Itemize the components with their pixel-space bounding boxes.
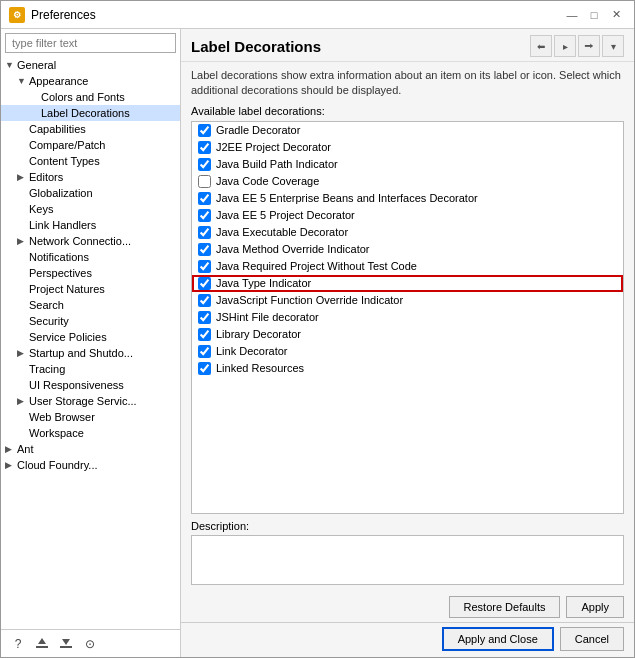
tree-item-keys[interactable]: Keys [1, 201, 180, 217]
decoration-checkbox[interactable] [198, 328, 211, 341]
tree-item-appearance[interactable]: ▼ Appearance [1, 73, 180, 89]
tree-item-label: Colors and Fonts [41, 91, 125, 103]
toolbar-nav-btn3[interactable]: ⮕ [578, 35, 600, 57]
tree-item-user-storage[interactable]: ▶ User Storage Servic... [1, 393, 180, 409]
tree-item-label-decorations[interactable]: Label Decorations [1, 105, 180, 121]
decoration-checkbox[interactable] [198, 311, 211, 324]
right-toolbar: ⬅ ▸ ⮕ ▾ [530, 35, 624, 57]
tree-item-security[interactable]: Security [1, 313, 180, 329]
decoration-item[interactable]: Java Executable Decorator [192, 224, 623, 241]
decoration-item[interactable]: JavaScript Function Override Indicator [192, 292, 623, 309]
tree-arrow: ▶ [17, 236, 29, 246]
decoration-item[interactable]: Java Method Override Indicator [192, 241, 623, 258]
decoration-checkbox[interactable] [198, 226, 211, 239]
decoration-label: Linked Resources [216, 362, 304, 374]
toolbar-nav-btn1[interactable]: ⬅ [530, 35, 552, 57]
help-icon[interactable]: ? [9, 635, 27, 653]
tree-item-label: Network Connectio... [29, 235, 131, 247]
decoration-checkbox[interactable] [198, 260, 211, 273]
decoration-checkbox[interactable] [198, 192, 211, 205]
decoration-checkbox[interactable] [198, 124, 211, 137]
tree-arrow: ▶ [5, 444, 17, 454]
restore-defaults-button[interactable]: Restore Defaults [449, 596, 561, 618]
decoration-checkbox[interactable] [198, 175, 211, 188]
minimize-button[interactable]: — [562, 5, 582, 25]
decoration-item[interactable]: Link Decorator [192, 343, 623, 360]
description-section: Description: [181, 514, 634, 592]
tree-item-label: Globalization [29, 187, 93, 199]
tree-item-tracing[interactable]: Tracing [1, 361, 180, 377]
decoration-item[interactable]: Java Required Project Without Test Code [192, 258, 623, 275]
tree-item-notifications[interactable]: Notifications [1, 249, 180, 265]
decorations-list[interactable]: Gradle DecoratorJ2EE Project DecoratorJa… [191, 121, 624, 514]
tree-item-ant[interactable]: ▶ Ant [1, 441, 180, 457]
tree-item-project-natures[interactable]: Project Natures [1, 281, 180, 297]
tree-arrow: ▼ [5, 60, 17, 70]
tree-item-link-handlers[interactable]: Link Handlers [1, 217, 180, 233]
export-icon[interactable] [57, 635, 75, 653]
decoration-checkbox[interactable] [198, 345, 211, 358]
tree-item-content-types[interactable]: Content Types [1, 153, 180, 169]
window-title: Preferences [31, 8, 96, 22]
tree-item-capabilities[interactable]: Capabilities [1, 121, 180, 137]
decoration-item[interactable]: Gradle Decorator [192, 122, 623, 139]
tree-item-label: Tracing [29, 363, 65, 375]
apply-button[interactable]: Apply [566, 596, 624, 618]
decoration-item[interactable]: Java Type Indicator [192, 275, 623, 292]
tree-item-label: Security [29, 315, 69, 327]
buttons-row1: Restore Defaults Apply [181, 592, 634, 620]
tree-item-label: Label Decorations [41, 107, 130, 119]
filter-input[interactable] [5, 33, 176, 53]
svg-rect-2 [60, 646, 72, 648]
tree-item-editors[interactable]: ▶ Editors [1, 169, 180, 185]
decoration-item[interactable]: J2EE Project Decorator [192, 139, 623, 156]
tree-item-compare-patch[interactable]: Compare/Patch [1, 137, 180, 153]
preferences-window: ⚙ Preferences — □ ✕ ▼ General ▼ Appearan… [0, 0, 635, 658]
description-textarea[interactable] [191, 535, 624, 585]
decoration-checkbox[interactable] [198, 294, 211, 307]
toolbar-dropdown-btn[interactable]: ▾ [602, 35, 624, 57]
import-icon[interactable] [33, 635, 51, 653]
maximize-button[interactable]: □ [584, 5, 604, 25]
tree-item-web-browser[interactable]: Web Browser [1, 409, 180, 425]
decoration-item[interactable]: Java Build Path Indicator [192, 156, 623, 173]
decoration-checkbox[interactable] [198, 209, 211, 222]
tree-item-label: Startup and Shutdo... [29, 347, 133, 359]
tree-item-search[interactable]: Search [1, 297, 180, 313]
decoration-checkbox[interactable] [198, 362, 211, 375]
decoration-label: Gradle Decorator [216, 124, 300, 136]
decoration-checkbox[interactable] [198, 141, 211, 154]
decoration-checkbox[interactable] [198, 277, 211, 290]
tree-item-startup-shutdown[interactable]: ▶ Startup and Shutdo... [1, 345, 180, 361]
tree-item-label: Web Browser [29, 411, 95, 423]
decoration-checkbox[interactable] [198, 158, 211, 171]
close-button[interactable]: ✕ [606, 5, 626, 25]
decoration-item[interactable]: Java EE 5 Project Decorator [192, 207, 623, 224]
tree-item-ui-responsiveness[interactable]: UI Responsiveness [1, 377, 180, 393]
tree-item-label: UI Responsiveness [29, 379, 124, 391]
cancel-button[interactable]: Cancel [560, 627, 624, 651]
tree-item-general[interactable]: ▼ General [1, 57, 180, 73]
tree-item-workspace[interactable]: Workspace [1, 425, 180, 441]
right-panel: Label Decorations ⬅ ▸ ⮕ ▾ Label decorati… [181, 29, 634, 657]
left-panel: ▼ General ▼ Appearance Colors and Fonts … [1, 29, 181, 657]
decoration-item[interactable]: JSHint File decorator [192, 309, 623, 326]
tree-item-colors-fonts[interactable]: Colors and Fonts [1, 89, 180, 105]
tree-item-globalization[interactable]: Globalization [1, 185, 180, 201]
decoration-checkbox[interactable] [198, 243, 211, 256]
tree-item-label: Appearance [29, 75, 88, 87]
decoration-item[interactable]: Linked Resources [192, 360, 623, 377]
tree-item-service-policies[interactable]: Service Policies [1, 329, 180, 345]
tree-item-cloud-foundry[interactable]: ▶ Cloud Foundry... [1, 457, 180, 473]
title-bar: ⚙ Preferences — □ ✕ [1, 1, 634, 29]
tree-item-network-connections[interactable]: ▶ Network Connectio... [1, 233, 180, 249]
settings-icon[interactable]: ⊙ [81, 635, 99, 653]
decoration-item[interactable]: Library Decorator [192, 326, 623, 343]
decoration-item[interactable]: Java Code Coverage [192, 173, 623, 190]
apply-and-close-button[interactable]: Apply and Close [442, 627, 554, 651]
title-bar-left: ⚙ Preferences [9, 7, 96, 23]
toolbar-nav-btn2[interactable]: ▸ [554, 35, 576, 57]
decoration-label: Java Method Override Indicator [216, 243, 369, 255]
decoration-item[interactable]: Java EE 5 Enterprise Beans and Interface… [192, 190, 623, 207]
tree-item-perspectives[interactable]: Perspectives [1, 265, 180, 281]
